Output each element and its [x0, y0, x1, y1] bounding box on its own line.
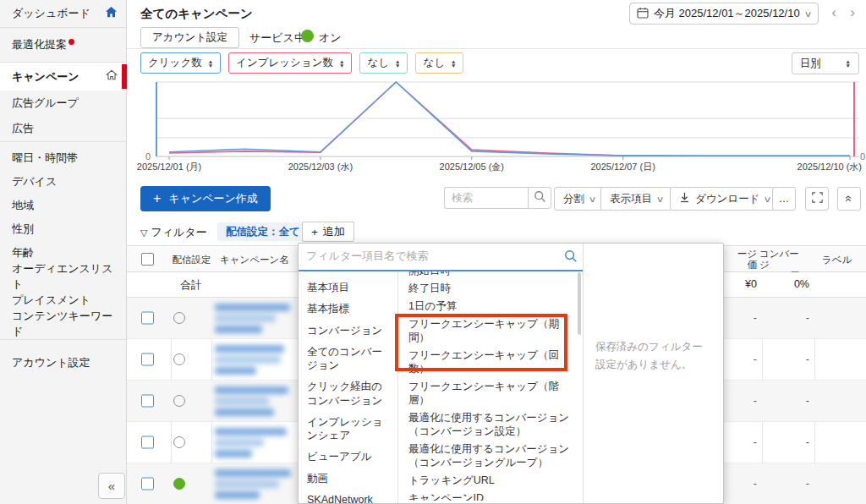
svg-text:2025/12/01 (月): 2025/12/01 (月): [137, 162, 201, 172]
sidebar-item-dashboard[interactable]: ダッシュボード: [0, 0, 126, 27]
filter-item-frequency-cap-level[interactable]: フリークエンシーキャップ（階層）: [398, 377, 583, 408]
row-checkbox[interactable]: [141, 312, 154, 325]
more-options-button[interactable]: …: [772, 187, 796, 211]
header-delivery[interactable]: 配信設定: [172, 254, 211, 266]
header-label[interactable]: ラベル: [822, 254, 852, 266]
display-columns-label: 表示項目: [610, 192, 652, 206]
split-button[interactable]: 分割∨: [554, 187, 605, 211]
prev-period-button[interactable]: ‹: [825, 3, 842, 22]
sidebar-item-label: デバイス: [12, 174, 57, 189]
sidebar-item-day-time[interactable]: 曜日・時間帯: [0, 146, 126, 170]
create-campaign-label: キャンペーン作成: [168, 191, 258, 206]
empty-saved-filters-text: 保存済みのフィルター設定がありません。: [595, 338, 712, 375]
metric-label: クリック数: [148, 56, 202, 70]
granularity-value: 日別: [800, 57, 821, 71]
account-settings-button[interactable]: アカウント設定: [140, 27, 239, 48]
svg-text:0: 0: [145, 151, 151, 162]
filter-button[interactable]: ▽ フィルター: [140, 225, 207, 240]
filter-category[interactable]: コンバージョン: [307, 324, 391, 337]
blurred-campaign-name[interactable]: [215, 469, 297, 502]
sidebar-item-region[interactable]: 地域: [0, 194, 126, 217]
home-outline-icon: [106, 69, 118, 84]
download-button[interactable]: ダウンロード∨: [670, 187, 781, 211]
filter-category[interactable]: 動画: [307, 472, 391, 485]
filter-item[interactable]: キャンペーンID: [398, 489, 583, 501]
collapse-panel-button[interactable]: «: [837, 187, 861, 211]
row-checkbox[interactable]: [141, 436, 154, 449]
delivery-status-toggle[interactable]: [173, 353, 185, 365]
filter-item[interactable]: 最適化に使用するコンバージョン（コンバージョン設定）: [398, 408, 583, 440]
add-filter-button[interactable]: + 追加: [302, 222, 354, 242]
select-all-checkbox[interactable]: [141, 253, 154, 266]
divider: [127, 48, 866, 49]
sidebar-item-account-settings[interactable]: アカウント設定: [0, 350, 126, 375]
filter-item[interactable]: トラッキングURL: [398, 471, 583, 489]
search-input[interactable]: [444, 187, 529, 209]
filter-category[interactable]: SKAdNetwork: [307, 493, 391, 504]
filter-category[interactable]: 基本項目: [307, 281, 391, 294]
search-icon: [534, 190, 546, 205]
header-campaign-name[interactable]: キャンペーン名: [220, 254, 289, 266]
delivery-filter-chip[interactable]: 配信設定：全て: [217, 222, 309, 241]
blurred-campaign-name[interactable]: [215, 304, 297, 337]
metric-selector-3[interactable]: なし ▲▼: [359, 52, 408, 74]
delivery-status-toggle[interactable]: [173, 478, 185, 490]
filter-item[interactable]: 1日の予算: [398, 297, 583, 315]
sidebar-item-label: 地域: [12, 198, 34, 213]
filter-category[interactable]: 全てのコンバージョン: [307, 345, 391, 373]
split-label: 分割: [563, 192, 584, 206]
metric-selector-1[interactable]: クリック数 ▲▼: [140, 52, 221, 74]
sidebar-item-ad[interactable]: 広告: [0, 116, 126, 141]
granularity-selector[interactable]: 日別 ▲▼: [792, 52, 859, 74]
sidebar-item-device[interactable]: デバイス: [0, 170, 126, 194]
filter-item-frequency-cap-count[interactable]: フリークエンシーキャップ（回数）: [398, 346, 583, 377]
date-range-selector[interactable]: 今月 2025/12/01～2025/12/10 ∨: [629, 3, 819, 25]
conv-rate-cell: -: [765, 353, 809, 365]
svg-text:2025/12/07 (日): 2025/12/07 (日): [590, 162, 655, 172]
metric-selector-4[interactable]: なし ▲▼: [415, 52, 463, 74]
blurred-campaign-name[interactable]: [215, 345, 297, 378]
filter-category[interactable]: インプレッションシェア: [307, 415, 391, 443]
create-campaign-button[interactable]: + キャンペーン作成: [140, 186, 271, 211]
sidebar-item-audience-list[interactable]: オーディエンスリスト: [0, 265, 126, 288]
sidebar-item-optimization[interactable]: 最適化提案: [0, 28, 126, 62]
add-filter-label: 追加: [323, 224, 345, 239]
filter-item[interactable]: 終了日時: [398, 279, 583, 297]
sidebar-item-gender[interactable]: 性別: [0, 217, 126, 241]
filter-category[interactable]: 基本指標: [307, 302, 391, 315]
row-checkbox[interactable]: [141, 395, 154, 408]
divider: [0, 339, 126, 340]
blurred-campaign-name[interactable]: [215, 386, 297, 419]
conv-rate-cell: -: [765, 395, 809, 407]
filter-item[interactable]: 最適化に使用するコンバージョン（コンバージョングループ）: [398, 440, 583, 471]
dropdown-scrollbar[interactable]: [578, 272, 581, 335]
metric-label: なし: [423, 56, 445, 70]
conv-rate-cell: -: [765, 436, 809, 448]
sort-arrows-icon: ▲▼: [846, 59, 851, 68]
filter-category[interactable]: クリック経由のコンバージョン: [307, 380, 391, 408]
delivery-status-toggle[interactable]: [173, 436, 185, 448]
search-button[interactable]: [528, 187, 551, 209]
filter-item-frequency-cap-period[interactable]: フリークエンシーキャップ（期間）: [398, 315, 583, 346]
sidebar: ダッシュボード 最適化提案 キャンペーン 広告グループ 広告 曜日・時間帯 デバ…: [0, 0, 127, 504]
sidebar-item-ad-group[interactable]: 広告グループ: [0, 90, 126, 116]
row-checkbox[interactable]: [141, 353, 154, 366]
chevron-down-icon: ∨: [803, 9, 812, 19]
sidebar-collapse-button[interactable]: «: [98, 473, 125, 499]
display-columns-button[interactable]: 表示項目∨: [600, 187, 672, 211]
delivery-status-toggle[interactable]: [173, 395, 185, 407]
blurred-campaign-name[interactable]: [215, 428, 297, 461]
delivery-status-toggle[interactable]: [173, 312, 185, 324]
sidebar-item-content-keyword[interactable]: コンテンツキーワード: [0, 312, 126, 336]
filter-search-input[interactable]: [299, 244, 567, 267]
app-window: ダッシュボード 最適化提案 キャンペーン 広告グループ 広告 曜日・時間帯 デバ…: [0, 0, 866, 504]
sort-arrows-icon: ▲▼: [339, 59, 344, 68]
filter-item[interactable]: 開始日時: [398, 271, 583, 279]
row-checkbox[interactable]: [141, 478, 154, 490]
fullscreen-button[interactable]: [805, 187, 829, 211]
metric-selector-2[interactable]: インプレッション数 ▲▼: [228, 52, 352, 74]
next-period-button[interactable]: ›: [844, 3, 861, 22]
sidebar-item-campaign[interactable]: キャンペーン: [0, 63, 126, 90]
download-label: ダウンロード: [695, 192, 759, 206]
filter-category[interactable]: ビューアブル: [307, 450, 391, 463]
